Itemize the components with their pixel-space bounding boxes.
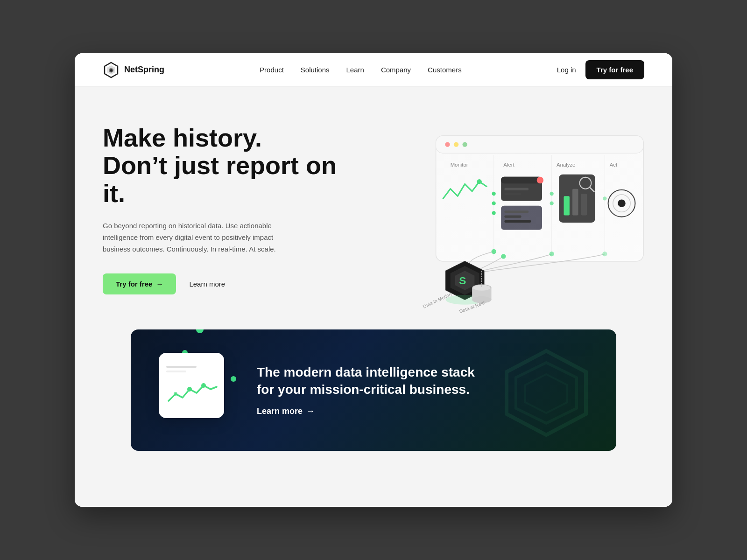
svg-rect-24 xyxy=(504,210,529,213)
nav-customers[interactable]: Customers xyxy=(428,66,462,74)
learn-more-label: Learn more xyxy=(257,406,303,416)
svg-point-7 xyxy=(445,142,450,147)
try-free-arrow: → xyxy=(156,280,163,288)
hero-title: Make history. Don’t just report on it. xyxy=(103,124,355,207)
learn-more-button-banner[interactable]: Learn more → xyxy=(257,406,315,416)
banner-icon-wrap xyxy=(159,353,233,427)
svg-point-43 xyxy=(501,254,506,259)
hero-title-line2: Don’t just report on it. xyxy=(103,151,337,207)
svg-point-57 xyxy=(201,383,206,388)
banner-section-wrapper: The modern data intelligence stack for y… xyxy=(75,329,672,507)
nav-links: Product Solutions Learn Company Customer… xyxy=(260,66,462,74)
learn-more-arrow: → xyxy=(306,406,315,416)
try-free-label: Try for free xyxy=(116,280,152,288)
svg-point-8 xyxy=(454,142,458,147)
nav-company[interactable]: Company xyxy=(381,66,411,74)
svg-rect-21 xyxy=(504,188,529,190)
hero-title-line1: Make history. xyxy=(103,124,262,152)
banner-dot-top xyxy=(196,329,204,333)
banner-card-line2 xyxy=(166,371,186,372)
nav-solutions[interactable]: Solutions xyxy=(301,66,330,74)
svg-rect-19 xyxy=(501,177,542,183)
navbar: NetSpring Product Solutions Learn Compan… xyxy=(75,53,672,87)
svg-rect-26 xyxy=(504,220,531,223)
svg-point-35 xyxy=(618,199,626,207)
svg-rect-28 xyxy=(564,196,570,215)
svg-text:Act: Act xyxy=(610,162,618,168)
banner-card-line1 xyxy=(166,366,197,368)
hero-content: Make history. Don’t just report on it. G… xyxy=(103,115,355,294)
svg-point-58 xyxy=(187,387,192,392)
svg-text:Analyze: Analyze xyxy=(557,162,575,168)
try-free-button-nav[interactable]: Try for free xyxy=(585,60,644,79)
hero-subtitle: Go beyond reporting on historical data. … xyxy=(103,220,299,255)
hero-illustration: Monitor Alert Analyze Act xyxy=(383,96,672,320)
banner-chart-svg xyxy=(166,380,218,406)
svg-rect-29 xyxy=(572,189,578,216)
login-button[interactable]: Log in xyxy=(557,66,576,74)
svg-point-17 xyxy=(477,179,482,184)
svg-point-59 xyxy=(174,392,177,396)
svg-point-45 xyxy=(602,252,607,256)
hero-section: Make history. Don’t just report on it. G… xyxy=(75,87,672,329)
svg-text:Alert: Alert xyxy=(503,162,514,168)
nav-actions: Log in Try for free xyxy=(557,60,644,79)
svg-point-20 xyxy=(537,177,543,183)
svg-point-42 xyxy=(492,249,496,254)
banner-title-line2: for your mission-critical business. xyxy=(257,382,470,397)
svg-point-37 xyxy=(492,202,496,205)
banner-dot-2 xyxy=(231,376,236,382)
banner-title-line1: The modern data intelligence stack xyxy=(257,365,475,379)
logo-icon xyxy=(103,62,120,78)
hero-buttons: Try for free → Learn more xyxy=(103,273,355,294)
svg-rect-22 xyxy=(504,193,521,195)
learn-more-button-hero[interactable]: Learn more xyxy=(189,280,225,288)
banner-bg-svg xyxy=(495,346,598,440)
svg-marker-62 xyxy=(525,374,567,413)
svg-point-36 xyxy=(492,192,496,196)
svg-point-41 xyxy=(603,196,606,200)
brand-name: NetSpring xyxy=(124,65,164,75)
svg-point-44 xyxy=(550,252,554,256)
brand-logo[interactable]: NetSpring xyxy=(103,62,164,78)
svg-point-39 xyxy=(550,192,554,196)
svg-rect-30 xyxy=(581,194,587,216)
svg-point-38 xyxy=(492,211,496,215)
dark-banner: The modern data intelligence stack for y… xyxy=(131,329,616,451)
svg-text:S: S xyxy=(459,274,466,287)
svg-rect-25 xyxy=(504,216,521,218)
nav-product[interactable]: Product xyxy=(260,66,284,74)
flow-diagram-svg: Monitor Alert Analyze Act xyxy=(383,96,672,320)
browser-window: NetSpring Product Solutions Learn Compan… xyxy=(75,53,672,507)
svg-point-9 xyxy=(463,142,467,147)
try-free-button-hero[interactable]: Try for free → xyxy=(103,273,176,294)
nav-learn[interactable]: Learn xyxy=(346,66,364,74)
svg-text:Monitor: Monitor xyxy=(451,162,468,168)
banner-bg-icon xyxy=(495,346,598,441)
banner-card xyxy=(159,353,224,418)
svg-point-40 xyxy=(550,202,554,205)
